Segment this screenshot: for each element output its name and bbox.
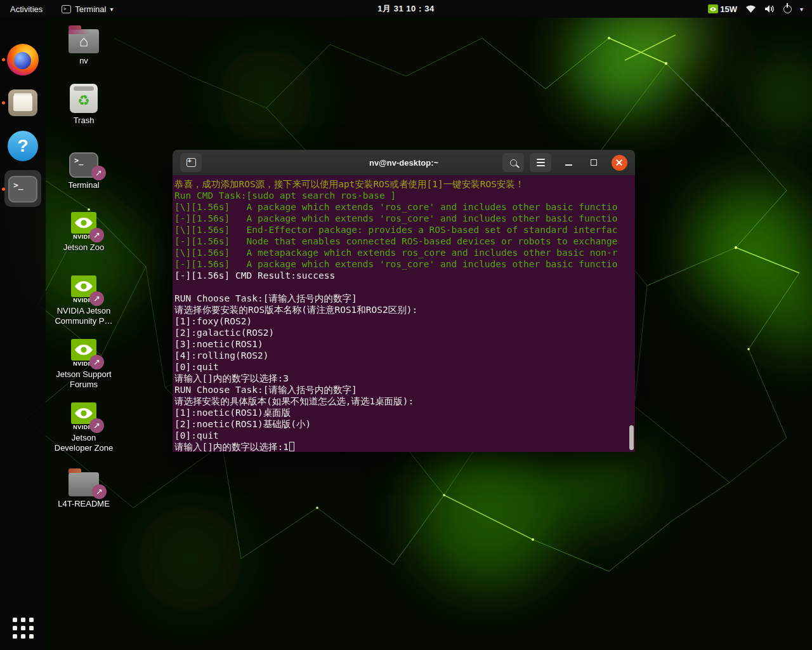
icon-label: Terminal — [68, 180, 99, 190]
firefox-icon — [7, 44, 39, 76]
icon-label: Jetson Support — [56, 369, 111, 380]
running-indicator — [2, 188, 5, 191]
icon-label: Trash — [74, 116, 95, 126]
desktop-icon-jetson-support-forums[interactable]: NVIDIA ↗ Jetson Support Forums — [48, 335, 119, 390]
link-arrow-icon: ↗ — [95, 168, 102, 178]
link-arrow-icon: ↗ — [93, 357, 100, 367]
desktop-icon-trash[interactable]: ♻ Trash — [48, 81, 119, 126]
terminal-screen[interactable]: 恭喜，成功添加ROS源，接下来可以使用apt安装ROS或者使用[1]一键安装RO… — [173, 175, 635, 452]
icon-label: Forums — [56, 380, 111, 390]
shortcut-arrow-badge: ↗ — [91, 166, 106, 180]
terminal-line: [\][1.56s] A metapackage which extends r… — [174, 247, 633, 258]
terminal-line: [2]:galactic(ROS2) — [174, 327, 633, 338]
terminal-line: 请输入[]内的数字以选择:3 — [174, 373, 633, 384]
icon-label: Community P… — [55, 316, 112, 326]
close-icon — [612, 155, 627, 171]
home-folder-icon: ⌂ — [69, 29, 99, 53]
terminal-line — [174, 281, 633, 293]
terminal-line: Run CMD Task:[sudo apt search ros-base ] — [174, 190, 633, 201]
maximize-button[interactable] — [586, 154, 602, 171]
volume-icon — [764, 4, 775, 13]
terminal-line: 请选择你要安装的ROS版本名称(请注意ROS1和ROS2区别): — [174, 304, 633, 315]
desktop-icon-terminal[interactable]: >_ ↗ Terminal — [48, 146, 119, 190]
app-grid-icon — [13, 618, 34, 639]
link-arrow-icon: ↗ — [96, 487, 103, 496]
search-icon — [510, 159, 517, 166]
house-icon: ⌂ — [69, 29, 99, 53]
nvidia-logo-icon — [708, 4, 718, 13]
terminal-line: 请输入[]内的数字以选择:1 — [174, 441, 633, 452]
link-arrow-icon: ↗ — [93, 294, 100, 303]
tray-chevron-down-icon: ▾ — [800, 6, 803, 13]
desktop-icon-nvidia-jetson-community[interactable]: NVIDIA ↗ NVIDIA Jetson Community P… — [48, 272, 119, 326]
desktop: Activities > Terminal ▾ 1月 31 10：34 15W — [0, 0, 812, 650]
terminal-window: nv@nv-desktop:~ 恭喜，成功添加ROS源，接下来可以使用apt安装… — [173, 150, 635, 452]
terminal-line: [-][1.56s] A package which extends 'ros_… — [174, 258, 633, 270]
system-tray[interactable]: 15W ▾ — [708, 4, 812, 14]
power-icon — [783, 5, 792, 13]
terminal-line: [0]:quit — [174, 361, 633, 373]
running-indicator — [2, 58, 5, 62]
icon-label: Jetson — [55, 433, 114, 443]
terminal-line: [-][1.56s] CMD Result:success — [174, 270, 633, 281]
link-arrow-icon: ↗ — [93, 230, 100, 240]
terminal-line: [2]:noetic(ROS1)基础版(小) — [174, 418, 633, 430]
terminal-line: [1]:noetic(ROS1)桌面版 — [174, 407, 633, 418]
hamburger-icon — [537, 159, 545, 166]
desktop-icon-jetson-zoo[interactable]: NVIDIA ↗ Jetson Zoo — [48, 208, 119, 253]
dock-item-files[interactable] — [0, 84, 46, 122]
new-tab-button[interactable] — [180, 153, 202, 172]
shortcut-arrow-badge: ↗ — [89, 228, 104, 242]
terminal-line: [-][1.56s] A package which extends 'ros_… — [174, 213, 633, 224]
shortcut-arrow-badge: ↗ — [89, 291, 104, 306]
terminal-line: [1]:foxy(ROS2) — [174, 315, 633, 327]
desktop-icon-l4t-readme[interactable]: ↗ L4T-README — [48, 465, 119, 509]
prompt-text: 请输入[]内的数字以选择:1 — [174, 442, 289, 452]
icon-label: NVIDIA Jetson — [55, 306, 112, 316]
new-tab-icon — [187, 158, 196, 167]
link-arrow-icon: ↗ — [93, 421, 100, 430]
icon-label: Jetson Zoo — [63, 242, 104, 253]
files-icon — [8, 90, 37, 116]
dock-item-help[interactable]: ? — [0, 127, 46, 165]
shortcut-arrow-badge: ↗ — [89, 418, 104, 433]
close-button[interactable] — [611, 154, 627, 171]
text-cursor — [289, 442, 294, 451]
wifi-icon — [745, 4, 756, 13]
shortcut-arrow-badge: ↗ — [89, 355, 104, 369]
icon-label: Developer Zone — [55, 443, 114, 453]
dock: ? >_ — [0, 18, 46, 650]
dock-item-terminal[interactable]: >_ — [0, 170, 46, 208]
desktop-icon-jetson-developer-zone[interactable]: NVIDIA ↗ Jetson Developer Zone — [48, 399, 119, 453]
minimize-button[interactable] — [560, 154, 577, 171]
terminal-line: [4]:rolling(ROS2) — [174, 350, 633, 361]
scrollbar-thumb[interactable] — [629, 425, 634, 450]
clock[interactable]: 1月 31 10：34 — [0, 3, 812, 15]
gpu-power-indicator: 15W — [708, 4, 737, 14]
terminal-line: RUN Choose Task:[请输入括号内的数字] — [174, 293, 633, 304]
terminal-line: [\][1.56s] End-Effector package: provide… — [174, 224, 633, 235]
dock-item-firefox[interactable] — [0, 41, 46, 79]
terminal-line: 请选择安装的具体版本(如果不知道怎么选,请选1桌面版): — [174, 395, 633, 407]
terminal-line: [3]:noetic(ROS1) — [174, 338, 633, 350]
terminal-line: [\][1.56s] A package which extends 'ros_… — [174, 201, 633, 213]
icon-label: nv — [79, 56, 88, 66]
terminal-line: [-][1.56s] Node that enables connected R… — [174, 235, 633, 247]
trash-icon: ♻ — [70, 84, 98, 113]
window-menu-button[interactable] — [530, 153, 551, 172]
terminal-line: RUN Choose Task:[请输入括号内的数字] — [174, 384, 633, 395]
search-button[interactable] — [502, 153, 524, 172]
window-titlebar[interactable]: nv@nv-desktop:~ — [173, 150, 635, 175]
minimize-icon — [565, 164, 572, 166]
recycle-icon: ♻ — [77, 93, 90, 109]
power-draw-label: 15W — [720, 4, 737, 14]
running-indicator — [2, 102, 5, 105]
maximize-icon — [591, 159, 597, 166]
desktop-icon-nv[interactable]: ⌂ nv — [48, 22, 119, 66]
shortcut-arrow-badge: ↗ — [92, 484, 107, 499]
top-bar: Activities > Terminal ▾ 1月 31 10：34 15W — [0, 0, 812, 18]
terminal-line: [0]:quit — [174, 430, 633, 441]
terminal-line: 恭喜，成功添加ROS源，接下来可以使用apt安装ROS或者使用[1]一键安装RO… — [174, 178, 633, 190]
show-applications-button[interactable] — [0, 611, 46, 645]
icon-label: L4T-README — [58, 499, 110, 509]
